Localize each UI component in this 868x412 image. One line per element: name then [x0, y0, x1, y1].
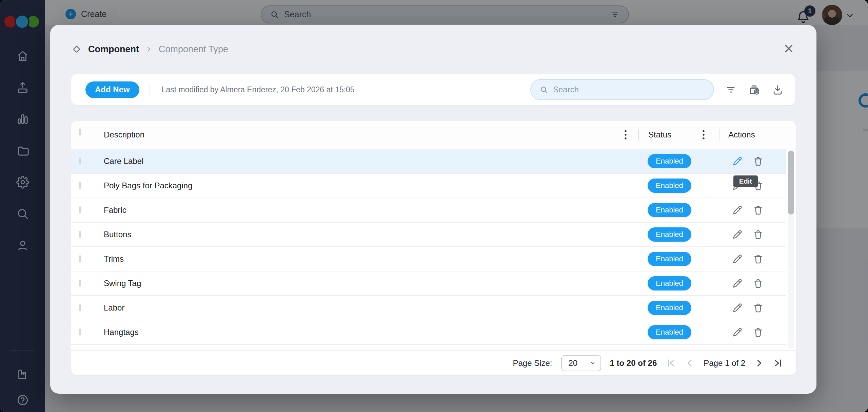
status-badge: Enabled — [648, 154, 691, 168]
next-page-button[interactable] — [754, 358, 764, 368]
edit-icon[interactable] — [732, 229, 743, 240]
page-size-value: 20 — [569, 358, 578, 368]
row-checkbox[interactable] — [79, 206, 81, 213]
table-row[interactable]: Labor Enabled — [71, 296, 786, 320]
column-header-description[interactable]: Description — [104, 121, 144, 149]
table-search-bar[interactable] — [530, 79, 714, 100]
select-all-checkbox[interactable] — [79, 129, 81, 136]
row-checkbox[interactable] — [79, 255, 81, 262]
partial-row — [71, 345, 786, 349]
edit-icon[interactable] — [732, 278, 743, 289]
table-row[interactable]: Care Label Enabled — [71, 149, 786, 174]
row-description: Trims — [104, 254, 648, 264]
delete-icon[interactable] — [753, 278, 764, 289]
delete-icon[interactable] — [753, 229, 764, 240]
edit-icon[interactable] — [732, 205, 743, 216]
breadcrumb-root[interactable]: Component — [88, 44, 139, 55]
column-divider — [719, 129, 719, 141]
app-window: Create 1 — [0, 0, 868, 412]
row-description: Fabric — [104, 205, 648, 215]
search-icon — [540, 86, 548, 94]
download-icon[interactable] — [772, 84, 783, 95]
table-body: Care Label Enabled Poly Bags for Packagi… — [71, 149, 786, 349]
status-badge: Enabled — [648, 276, 691, 291]
column-divider — [638, 129, 639, 141]
row-range-text: 1 to 20 of 26 — [610, 358, 657, 368]
breadcrumb: Component Component Type — [71, 44, 228, 55]
scrollbar-thumb[interactable] — [788, 151, 794, 214]
row-checkbox[interactable] — [79, 280, 81, 287]
filter-icon[interactable] — [725, 84, 736, 95]
edit-icon[interactable] — [732, 254, 743, 264]
table-row[interactable]: Swing Tag Enabled — [71, 271, 786, 296]
breadcrumb-current: Component Type — [159, 44, 228, 55]
status-badge: Enabled — [648, 203, 691, 217]
row-description: Swing Tag — [104, 279, 648, 288]
toolbar-divider — [150, 83, 150, 96]
page-size-select[interactable]: 20 — [561, 355, 601, 371]
delete-icon[interactable] — [753, 327, 764, 338]
data-table: Description Status Actions Care Label En… — [71, 121, 796, 375]
status-badge: Enabled — [648, 252, 691, 266]
table-search-input[interactable] — [553, 85, 705, 94]
table-row[interactable]: Poly Bags for Packaging Enabled — [71, 174, 786, 198]
row-checkbox[interactable] — [79, 157, 81, 165]
row-description: Care Label — [104, 156, 648, 166]
table-footer: Page Size: 20 1 to 20 of 26 Page 1 of 2 — [71, 350, 796, 375]
row-description: Poly Bags for Packaging — [104, 181, 648, 190]
row-description: Hangtags — [104, 327, 648, 337]
table-header: Description Status Actions — [71, 121, 796, 149]
edit-icon[interactable] — [732, 302, 743, 313]
table-row[interactable]: Hangtags Enabled — [71, 320, 786, 345]
table-row[interactable]: Trims Enabled — [71, 247, 786, 271]
add-new-button[interactable]: Add New — [85, 81, 139, 98]
table-row[interactable]: Fabric Enabled — [71, 198, 786, 223]
saved-views-icon[interactable] — [749, 84, 760, 95]
delete-icon[interactable] — [753, 205, 764, 216]
status-badge: Enabled — [648, 301, 691, 315]
first-page-button[interactable] — [666, 358, 676, 368]
delete-icon[interactable] — [753, 156, 764, 167]
edit-icon[interactable] — [732, 156, 743, 167]
last-page-button[interactable] — [773, 358, 783, 368]
chevron-right-icon — [145, 45, 153, 53]
delete-icon[interactable] — [753, 302, 764, 313]
table-toolbar: Add New Last modified by Almera Enderez,… — [71, 74, 795, 105]
edit-tooltip: Edit — [733, 175, 758, 187]
kebab-menu-icon[interactable] — [697, 128, 710, 141]
row-checkbox[interactable] — [79, 231, 81, 238]
previous-page-button[interactable] — [685, 358, 695, 368]
page-size-label: Page Size: — [513, 358, 552, 368]
edit-icon[interactable] — [732, 327, 743, 338]
status-badge: Enabled — [648, 179, 691, 193]
delete-icon[interactable] — [753, 254, 764, 264]
close-icon[interactable] — [782, 42, 795, 55]
status-badge: Enabled — [648, 325, 691, 339]
component-type-modal: Component Component Type Add New Last mo… — [50, 25, 816, 394]
diamond-icon — [71, 44, 82, 55]
page-indicator: Page 1 of 2 — [704, 358, 745, 368]
row-checkbox[interactable] — [79, 329, 81, 336]
last-modified-text: Last modified by Almera Enderez, 20 Feb … — [162, 85, 355, 94]
status-badge: Enabled — [648, 227, 691, 242]
table-row[interactable]: Buttons Enabled — [71, 223, 786, 247]
column-header-status[interactable]: Status — [648, 121, 671, 149]
table-scrollbar — [788, 150, 794, 349]
row-checkbox[interactable] — [79, 304, 81, 311]
row-checkbox[interactable] — [79, 182, 81, 189]
column-header-actions: Actions — [728, 121, 755, 149]
row-description: Labor — [104, 303, 648, 313]
row-description: Buttons — [104, 230, 648, 239]
kebab-menu-icon[interactable] — [619, 128, 632, 141]
